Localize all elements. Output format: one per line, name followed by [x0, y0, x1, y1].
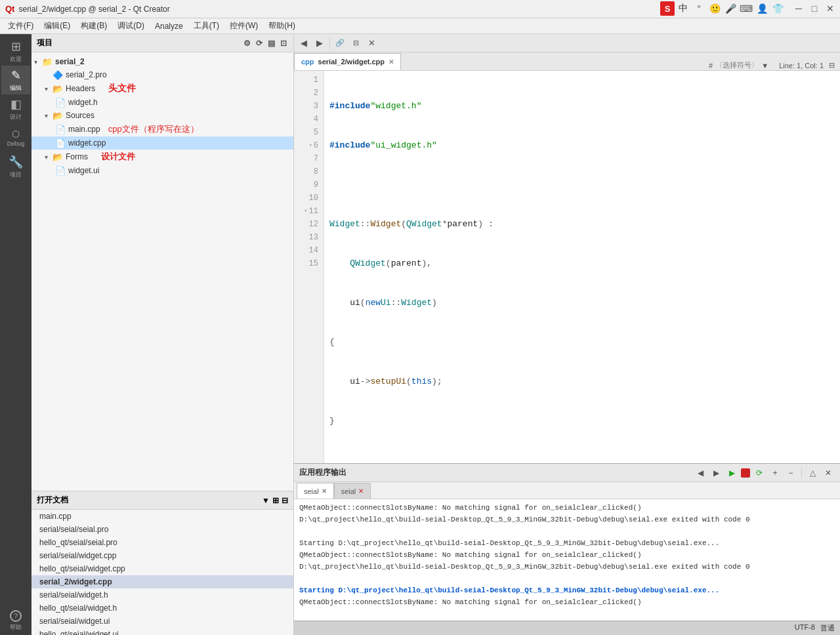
panel-toggle-btn[interactable]: ⊟	[829, 61, 835, 70]
code-content[interactable]: #include "widget.h" #include "ui_widget.…	[324, 71, 840, 463]
tree-widgetcpp[interactable]: 📄 widget.cpp	[32, 136, 293, 150]
tree-maincpp-label: main.cpp	[68, 125, 100, 134]
open-docs-list: main.cpp serial/seial/seial.pro hello_qt…	[32, 510, 293, 635]
collapse-icon[interactable]: ▤	[266, 39, 276, 48]
tree-widgetui-label: widget.ui	[68, 166, 99, 175]
doc-item-3[interactable]: serial/seial/widget.cpp	[32, 549, 293, 562]
menu-help[interactable]: 帮助(H)	[263, 19, 301, 33]
filter-icon2[interactable]: ▼	[262, 496, 270, 505]
output-add-btn[interactable]: +	[768, 466, 782, 480]
doc-item-1[interactable]: serial/seial/seial.pro	[32, 523, 293, 536]
filter-icon[interactable]: ⚙	[242, 39, 252, 48]
sidebar-help[interactable]: ? 帮助	[1, 606, 30, 635]
out-line-1: QMetaObject::connectSlotsByName: No matc…	[299, 502, 835, 514]
output-tab2-close[interactable]: ✕	[358, 487, 364, 495]
output-tab-seial2[interactable]: seial ✕	[334, 483, 371, 499]
doc-item-5[interactable]: serial_2/widget.cpp	[32, 575, 293, 588]
menu-build[interactable]: 构建(B)	[75, 19, 112, 33]
tree-arrow-sources: ▾	[45, 112, 52, 119]
output-run-btn[interactable]: ▶	[725, 466, 738, 480]
code-editor[interactable]: 1 2 3 4 5 ▾6 7 8 9 10 ▾11 12 13 14 15 #i…	[294, 71, 840, 463]
expand-btn2[interactable]: ⊞	[272, 496, 279, 505]
tree-serial2-root[interactable]: ▾ 📁 serial_2	[32, 55, 293, 68]
cpp-annotation: cpp文件（程序写在这）	[108, 123, 199, 135]
output-minus-btn[interactable]: −	[784, 466, 797, 480]
code-line-10	[329, 454, 835, 463]
project-header-icons: ⚙ ⟳ ▤ ⊡	[242, 39, 288, 48]
project-title: 项目	[37, 37, 52, 49]
tree-serial2pro[interactable]: 🔷 serial_2.pro	[32, 68, 293, 81]
tree-forms-folder[interactable]: ▾ 📂 Forms 设计文件	[32, 150, 293, 164]
output-prev-btn[interactable]: ◀	[694, 466, 707, 480]
link-btn[interactable]: 🔗	[333, 36, 347, 51]
menu-analyze[interactable]: Analyze	[150, 20, 188, 32]
doc-item-9[interactable]: hello_qt/seial/widget.ui	[32, 628, 293, 635]
edit-icon: ✎	[11, 68, 21, 83]
menu-tools[interactable]: 工具(T)	[188, 19, 224, 33]
nav-back-btn[interactable]: ◀	[297, 36, 311, 51]
main-container: ⊞ 欢迎 ✎ 编辑 ◧ 设计 ⬡ Debug 🔧 项目 ? 帮助 项目 ⚙	[0, 34, 840, 635]
sync-icon[interactable]: ⟳	[255, 39, 264, 48]
symbol-dropdown-arrow[interactable]: ▼	[761, 62, 768, 70]
sidebar-project[interactable]: 🔧 项目	[1, 152, 30, 181]
menu-edit[interactable]: 编辑(E)	[39, 19, 75, 33]
doc-item-0[interactable]: main.cpp	[32, 510, 293, 523]
editor-tabs: cpp serial_2/widget.cpp ✕ # 〈选择符号〉 ▼ Lin…	[294, 52, 840, 71]
close-editor-btn[interactable]: ✕	[364, 36, 379, 51]
tree-widgeth[interactable]: 📄 widget.h	[32, 96, 293, 109]
code-line-6: ui(new Ui::Widget)	[329, 297, 835, 310]
output-tab1-label: seial	[304, 487, 319, 495]
minimize-btn[interactable]: ─	[791, 1, 806, 16]
linenum-8: 8	[294, 165, 324, 178]
tree-sources-folder[interactable]: ▾ 📂 Sources	[32, 109, 293, 122]
doc-item-7[interactable]: hello_qt/seial/widget.h	[32, 602, 293, 615]
menu-file[interactable]: 文件(F)	[3, 19, 39, 33]
open-docs-header-icons: ▼ ⊞ ⊟	[262, 496, 288, 505]
collapse-btn2[interactable]: ⊟	[282, 496, 288, 505]
tree-widgetui[interactable]: 📄 widget.ui	[32, 164, 293, 177]
output-tab1-close[interactable]: ✕	[322, 487, 327, 495]
linenum-5: 5	[294, 126, 324, 139]
menu-controls[interactable]: 控件(W)	[224, 19, 263, 33]
welcome-icon: ⊞	[11, 39, 21, 54]
split-btn[interactable]: ⊟	[348, 36, 363, 51]
help-icon: ?	[10, 610, 22, 622]
sidebar-welcome[interactable]: ⊞ 欢迎	[1, 37, 30, 66]
sidebar-design[interactable]: ◧ 设计	[1, 94, 30, 123]
doc-item-6[interactable]: serial/seial/widget.h	[32, 588, 293, 602]
close-btn[interactable]: ✕	[823, 1, 837, 16]
doc-item-8[interactable]: serial/seial/widget.ui	[32, 615, 293, 628]
linenum-11: ▾11	[294, 205, 324, 218]
sidebar-edit[interactable]: ✎ 编辑	[1, 66, 30, 94]
doc-item-2[interactable]: hello_qt/seial/seial.pro	[32, 536, 293, 549]
output-title: 应用程序输出	[299, 467, 346, 478]
menu-debug[interactable]: 调试(D)	[112, 19, 150, 33]
edit-label: 编辑	[10, 84, 22, 92]
window-controls: S 中 ° 🙂 🎤 ⌨ 👤 👕 ─ □ ✕	[660, 1, 837, 16]
output-next-btn[interactable]: ▶	[709, 466, 723, 480]
expand-icon[interactable]: ⊡	[279, 39, 288, 48]
project-folder-icon: 📁	[42, 56, 52, 67]
sidebar-debug[interactable]: ⬡ Debug	[1, 123, 30, 152]
nav-forward-btn[interactable]: ▶	[312, 36, 327, 51]
linenum-7: 7	[294, 152, 324, 165]
output-close-btn[interactable]: ✕	[822, 466, 835, 480]
tab-close-btn[interactable]: ✕	[388, 58, 394, 66]
cpp-file-icon-main: 📄	[55, 124, 66, 134]
h-file-icon: 📄	[55, 97, 66, 108]
out-line-3	[299, 525, 835, 537]
output-float-btn[interactable]: △	[806, 466, 819, 480]
tree-headers-folder[interactable]: ▾ 📂 Headers 头文件	[32, 81, 293, 96]
status-right: UTF-8 普通	[795, 623, 835, 633]
output-restart-btn[interactable]: ⟳	[753, 466, 766, 480]
output-tab-seial1[interactable]: seial ✕	[297, 483, 334, 499]
tree-arrow-headers: ▾	[45, 85, 52, 92]
maximize-btn[interactable]: □	[807, 1, 822, 16]
output-stop-btn[interactable]	[741, 468, 750, 478]
tab-filename: serial_2/widget.cpp	[318, 58, 385, 66]
tab-widget-cpp[interactable]: cpp serial_2/widget.cpp ✕	[294, 53, 401, 70]
tree-maincpp[interactable]: 📄 main.cpp cpp文件（程序写在这）	[32, 122, 293, 136]
symbol-selector[interactable]: 〈选择符号〉	[715, 60, 759, 70]
code-line-9: }	[329, 415, 835, 428]
doc-item-4[interactable]: hello_qt/seial/widget.cpp	[32, 562, 293, 575]
